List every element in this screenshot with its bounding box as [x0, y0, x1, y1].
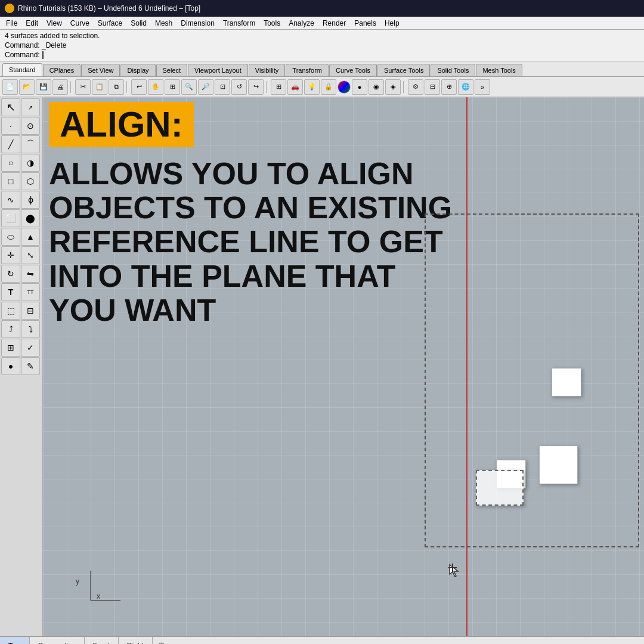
open-icon[interactable]: 📂: [19, 79, 35, 95]
cone-tool[interactable]: ▲: [21, 228, 40, 246]
surface-tool[interactable]: ⬚: [1, 302, 20, 320]
scale-tool[interactable]: ⤡: [21, 246, 40, 264]
lock-icon[interactable]: 🔒: [321, 79, 336, 95]
menu-transform[interactable]: Transform: [219, 18, 259, 29]
settings-icon[interactable]: ⚙: [408, 79, 423, 95]
text2-tool[interactable]: TT: [21, 283, 40, 301]
status-line1: 4 surfaces added to selection.: [5, 31, 639, 41]
menu-surface[interactable]: Surface: [94, 18, 126, 29]
point-tool[interactable]: ·: [1, 117, 20, 135]
sphere-icon[interactable]: ●: [352, 79, 367, 95]
box-tool[interactable]: ⬜: [1, 209, 20, 227]
cylinder-tool[interactable]: ⬭: [1, 228, 20, 246]
tab-curve-tools[interactable]: Curve Tools: [329, 64, 377, 76]
app-icon: [5, 4, 14, 13]
tab-viewport-layout[interactable]: Viewport Layout: [188, 64, 248, 76]
menu-panels[interactable]: Panels: [351, 18, 380, 29]
zoom-out-icon[interactable]: 🔎: [198, 79, 213, 95]
arc-tool[interactable]: ◑: [21, 154, 40, 172]
menu-curve[interactable]: Curve: [67, 18, 93, 29]
menu-dimension[interactable]: Dimension: [177, 18, 218, 29]
snap-icon[interactable]: ⊕: [441, 79, 457, 95]
viewport-tab-perspective[interactable]: Perspective: [30, 637, 85, 644]
tab-surface-tools[interactable]: Surface Tools: [377, 64, 430, 76]
tab-mesh-tools[interactable]: Mesh Tools: [476, 64, 522, 76]
select-tool[interactable]: ↖: [1, 98, 20, 116]
viewport-area[interactable]: ALIGN: ALLOWS YOU TO ALIGN OBJECTS TO AN…: [43, 97, 644, 636]
loft-tool[interactable]: ⤵: [21, 320, 40, 338]
tab-select[interactable]: Select: [156, 64, 188, 76]
rotate-icon[interactable]: ↺: [231, 79, 247, 95]
viewport-tab-front[interactable]: Front: [85, 637, 119, 644]
tab-display[interactable]: Display: [120, 64, 155, 76]
menu-edit[interactable]: Edit: [22, 18, 42, 29]
align-label: ALIGN:: [49, 102, 194, 147]
undo-icon[interactable]: ↩: [131, 79, 147, 95]
circle-tool[interactable]: ○: [1, 154, 20, 172]
cut-icon[interactable]: ✂: [75, 79, 91, 95]
rotate-3d-tool[interactable]: ↻: [1, 265, 20, 283]
menu-analyze[interactable]: Analyze: [285, 18, 318, 29]
menu-bar: File Edit View Curve Surface Solid Mesh …: [0, 17, 644, 30]
zoom-window-icon[interactable]: ⊡: [215, 79, 230, 95]
line-tool[interactable]: ╱: [1, 135, 20, 153]
text-tool[interactable]: T: [1, 283, 20, 301]
options-icon[interactable]: ⊟: [425, 79, 440, 95]
helix-tool[interactable]: ϕ: [21, 191, 40, 209]
mirror-tool[interactable]: ⇋: [21, 265, 40, 283]
tab-transform[interactable]: Transform: [286, 64, 329, 76]
material-icon[interactable]: ◈: [385, 79, 401, 95]
extrude-tool[interactable]: ⤴: [1, 320, 20, 338]
grid2-tool[interactable]: ⊞: [1, 339, 20, 357]
menu-solid[interactable]: Solid: [127, 18, 150, 29]
zoom-in-icon[interactable]: 🔍: [181, 79, 197, 95]
print-icon[interactable]: 🖨: [52, 79, 68, 95]
selection-rect: [425, 213, 639, 547]
freeform-tool[interactable]: ∿: [1, 191, 20, 209]
copy-icon[interactable]: ⧉: [109, 79, 124, 95]
zoom-extent-icon[interactable]: ⊞: [165, 79, 180, 95]
select-sub-tool[interactable]: ↗: [21, 98, 40, 116]
grid-icon[interactable]: ⊞: [271, 79, 286, 95]
menu-mesh[interactable]: Mesh: [151, 18, 176, 29]
tab-visibility[interactable]: Visibility: [249, 64, 286, 76]
tab-standard[interactable]: Standard: [2, 63, 42, 76]
tab-cplanes[interactable]: CPlanes: [43, 64, 81, 76]
surface2-tool[interactable]: ⊟: [21, 302, 40, 320]
tab-solid-tools[interactable]: Solid Tools: [431, 64, 475, 76]
menu-view[interactable]: View: [43, 18, 66, 29]
status-area: 4 surfaces added to selection. Command: …: [0, 30, 644, 61]
menu-file[interactable]: File: [2, 18, 21, 29]
new-icon[interactable]: 📄: [2, 79, 18, 95]
polyline-tool[interactable]: ⌒: [21, 135, 40, 153]
checkmark-tool[interactable]: ✓: [21, 339, 40, 357]
light-icon[interactable]: 💡: [304, 79, 320, 95]
paste-icon[interactable]: 📋: [92, 79, 107, 95]
sphere-3d-tool[interactable]: ⬤: [21, 209, 40, 227]
tool-row-5: □ ⬡: [1, 172, 41, 190]
pan-icon[interactable]: ✋: [148, 79, 163, 95]
menu-help[interactable]: Help: [381, 18, 403, 29]
polygon-tool[interactable]: ⬡: [21, 172, 40, 190]
tab-setview[interactable]: Set View: [81, 64, 120, 76]
menu-tools[interactable]: Tools: [260, 18, 284, 29]
viewport-tab-top[interactable]: Top: [0, 637, 30, 644]
note-tool[interactable]: ✎: [21, 357, 40, 375]
left-panel: ↖ ↗ · ⊙ ╱ ⌒ ○ ◑ □ ⬡ ∿ ϕ ⬜ ⬤ ⬭ ▲: [0, 97, 43, 636]
menu-render[interactable]: Render: [319, 18, 349, 29]
dot-tool[interactable]: ●: [1, 357, 20, 375]
more-icon[interactable]: »: [475, 79, 490, 95]
save-icon[interactable]: 💾: [36, 79, 51, 95]
render-sphere-icon[interactable]: ◉: [369, 79, 384, 95]
viewport-tab-right[interactable]: Right: [119, 637, 153, 644]
redo-icon[interactable]: ↪: [248, 79, 264, 95]
rectangle-tool[interactable]: □: [1, 172, 20, 190]
color-icon[interactable]: [338, 80, 351, 94]
car-icon[interactable]: 🚗: [287, 79, 303, 95]
globe-icon[interactable]: 🌐: [458, 79, 473, 95]
point2-tool[interactable]: ⊙: [21, 117, 40, 135]
shape-square-3: [539, 445, 578, 484]
move-tool[interactable]: ✛: [1, 246, 20, 264]
title-bar: Rhino Tutorials (153 KB) – Undefined 6 U…: [0, 0, 644, 17]
add-viewport-button[interactable]: ⊕: [153, 637, 170, 644]
